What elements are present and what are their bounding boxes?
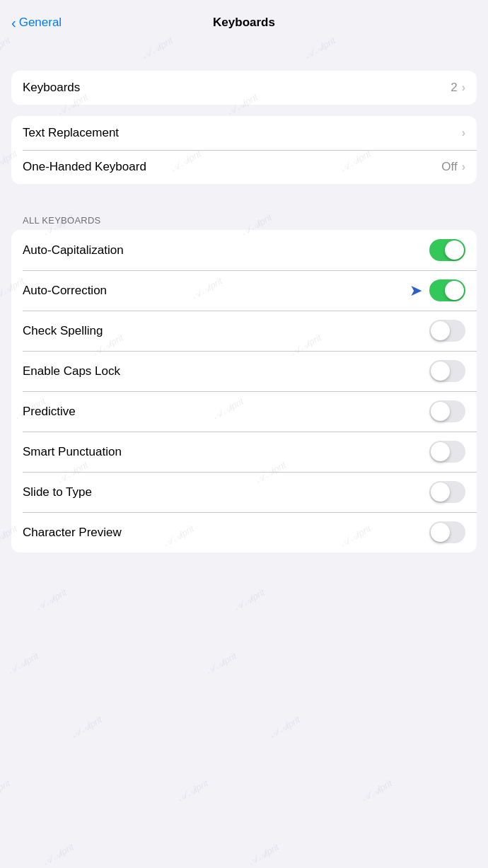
keyboards-value: 2	[451, 81, 457, 95]
slide-to-type-right	[429, 481, 465, 503]
toggle-thumb-cs	[431, 321, 450, 340]
chevron-left-icon: ‹	[11, 16, 16, 30]
all-keyboards-card: Auto-Capitalization Auto-Correction ➤ Ch…	[11, 230, 477, 552]
chevron-right-icon-ohk: ›	[462, 161, 465, 173]
toggle-thumb-ac	[445, 281, 464, 300]
text-replacement-label: Text Replacement	[23, 126, 119, 140]
toggle-thumb-stt	[431, 482, 450, 502]
auto-capitalization-right	[429, 239, 465, 261]
keyboards-section: Keyboards 2 ›	[0, 71, 488, 105]
enable-caps-lock-row: Enable Caps Lock	[11, 351, 477, 391]
predictive-row: Predictive	[11, 391, 477, 432]
one-handed-keyboard-row[interactable]: One-Handed Keyboard Off ›	[11, 150, 477, 184]
back-button[interactable]: ‹ General	[11, 16, 62, 30]
auto-capitalization-label: Auto-Capitalization	[23, 243, 124, 257]
back-label: General	[19, 16, 62, 30]
enable-caps-lock-right	[429, 360, 465, 382]
chevron-right-icon: ›	[462, 81, 465, 94]
check-spelling-right	[429, 320, 465, 342]
smart-punctuation-right	[429, 441, 465, 463]
text-replacement-row[interactable]: Text Replacement ›	[11, 116, 477, 150]
chevron-right-icon-tr: ›	[462, 127, 465, 139]
text-group-card: Text Replacement › One-Handed Keyboard O…	[11, 116, 477, 184]
smart-punctuation-row: Smart Punctuation	[11, 432, 477, 472]
keyboards-right: 2 ›	[451, 81, 465, 95]
character-preview-label: Character Preview	[23, 526, 122, 540]
character-preview-row: Character Preview	[11, 512, 477, 552]
one-handed-keyboard-right: Off ›	[441, 160, 465, 174]
keyboards-card: Keyboards 2 ›	[11, 71, 477, 105]
all-keyboards-header: ALL KEYBOARDS	[0, 209, 488, 230]
predictive-label: Predictive	[23, 405, 76, 419]
auto-correction-row: Auto-Correction ➤	[11, 270, 477, 311]
auto-capitalization-toggle[interactable]	[429, 239, 465, 261]
nav-bar: ‹ General Keyboards	[0, 0, 488, 40]
predictive-right	[429, 400, 465, 422]
predictive-toggle[interactable]	[429, 400, 465, 422]
character-preview-toggle[interactable]	[429, 521, 465, 543]
text-replacement-right: ›	[462, 127, 465, 139]
toggle-thumb-cp	[431, 523, 450, 542]
auto-correction-right: ➤	[409, 279, 465, 301]
auto-correction-toggle[interactable]	[429, 279, 465, 301]
enable-caps-lock-label: Enable Caps Lock	[23, 364, 120, 378]
keyboards-label: Keyboards	[23, 81, 80, 95]
enable-caps-lock-toggle[interactable]	[429, 360, 465, 382]
slide-to-type-toggle[interactable]	[429, 481, 465, 503]
one-handed-keyboard-value: Off	[441, 160, 457, 174]
toggle-thumb-sp	[431, 442, 450, 461]
text-group-section: Text Replacement › One-Handed Keyboard O…	[0, 116, 488, 184]
check-spelling-label: Check Spelling	[23, 324, 103, 338]
arrow-right-icon: ➤	[409, 282, 422, 300]
auto-capitalization-row: Auto-Capitalization	[11, 230, 477, 270]
check-spelling-toggle[interactable]	[429, 320, 465, 342]
page-title: Keyboards	[213, 16, 275, 30]
toggle-thumb-ecl	[431, 361, 450, 381]
character-preview-right	[429, 521, 465, 543]
all-keyboards-section: Auto-Capitalization Auto-Correction ➤ Ch…	[0, 230, 488, 552]
one-handed-keyboard-label: One-Handed Keyboard	[23, 160, 146, 174]
toggle-thumb	[445, 241, 464, 260]
toggle-thumb-pred	[431, 402, 450, 421]
section-gap-1	[0, 190, 488, 209]
auto-correction-label: Auto-Correction	[23, 284, 107, 298]
slide-to-type-label: Slide to Type	[23, 485, 92, 499]
slide-to-type-row: Slide to Type	[11, 472, 477, 512]
smart-punctuation-label: Smart Punctuation	[23, 445, 122, 459]
check-spelling-row: Check Spelling	[11, 311, 477, 351]
smart-punctuation-toggle[interactable]	[429, 441, 465, 463]
keyboards-row[interactable]: Keyboards 2 ›	[11, 71, 477, 105]
